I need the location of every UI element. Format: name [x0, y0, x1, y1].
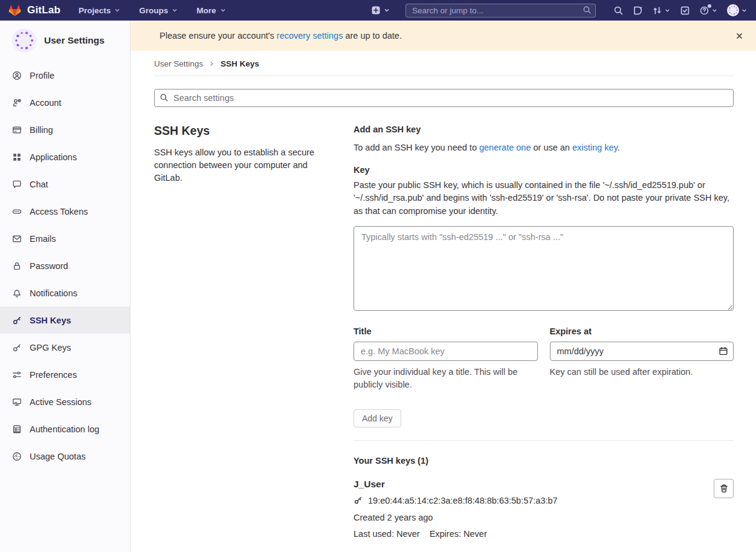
- key-field-label: Key: [354, 165, 734, 175]
- gitlab-app: GitLab Projects Groups More: [0, 0, 756, 552]
- sidebar-item-usage-quotas[interactable]: Usage Quotas: [0, 443, 130, 470]
- nav-search-button[interactable]: [613, 5, 624, 16]
- key-title-input[interactable]: [354, 342, 538, 361]
- sidebar-item-label: Active Sessions: [30, 397, 91, 407]
- token-icon: [12, 207, 22, 216]
- sidebar-item-label: Authentication log: [30, 424, 99, 434]
- user-gear-icon: [12, 98, 22, 108]
- sidebar-item-label: Account: [30, 98, 61, 108]
- title-field-label: Title: [354, 326, 538, 336]
- sidebar-item-emails[interactable]: Emails: [0, 225, 130, 252]
- sidebar-item-profile[interactable]: Profile: [0, 62, 130, 89]
- sidebar-item-password[interactable]: Password: [0, 252, 130, 279]
- key-expires: Expires: Never: [430, 529, 487, 539]
- sidebar-item-account[interactable]: Account: [0, 89, 130, 116]
- search-icon: [583, 5, 592, 17]
- chevron-down-icon: [741, 7, 748, 14]
- logo-wordmark: GitLab: [27, 4, 60, 16]
- issues-icon: [633, 5, 643, 16]
- ssh-key-textarea[interactable]: [354, 226, 734, 311]
- your-ssh-keys-heading: Your SSH keys (1): [354, 456, 734, 466]
- recovery-settings-link[interactable]: recovery settings: [277, 31, 343, 41]
- settings-sidebar: User Settings Profile Account Billing Ap…: [0, 21, 131, 552]
- chevron-down-icon: [114, 7, 121, 14]
- close-icon: [735, 31, 744, 41]
- sidebar-item-label: SSH Keys: [30, 316, 71, 325]
- chevron-down-icon: [219, 7, 227, 14]
- settings-search: [154, 89, 734, 107]
- generate-one-link[interactable]: generate one: [479, 143, 531, 152]
- nav-merge-requests-button[interactable]: [652, 5, 671, 16]
- fingerprint-row: 19:e0:44:a5:14:c2:3a:e8:f8:48:8b:63:5b:5…: [354, 496, 558, 505]
- nav-issues-button[interactable]: [633, 5, 643, 16]
- fingerprint-value: 19:e0:44:a5:14:c2:3a:e8:f8:48:8b:63:5b:5…: [368, 496, 558, 505]
- search-icon: [160, 93, 169, 105]
- sidebar-title: User Settings: [44, 35, 105, 46]
- recovery-alert-banner: Please ensure your account's recovery se…: [131, 21, 756, 51]
- sidebar-item-active-sessions[interactable]: Active Sessions: [0, 388, 130, 415]
- sidebar-item-label: Emails: [30, 234, 56, 244]
- ssh-key-details: J_User 19:e0:44:a5:14:c2:3a:e8:f8:48:8b:…: [354, 479, 558, 539]
- sidebar-item-notifications[interactable]: Notifications: [0, 279, 130, 307]
- page-title: SSH Keys: [154, 124, 335, 138]
- key-last-used: Last used: Never: [354, 529, 420, 539]
- alert-close-button[interactable]: [732, 29, 746, 43]
- help-icon: [699, 5, 709, 16]
- gitlab-logo[interactable]: GitLab: [7, 3, 60, 18]
- lock-icon: [12, 261, 22, 271]
- section-divider: [354, 440, 734, 441]
- ssh-key-list-item: J_User 19:e0:44:a5:14:c2:3a:e8:f8:48:8b:…: [354, 479, 734, 539]
- monitor-icon: [12, 397, 22, 407]
- nav-menu-projects[interactable]: Projects: [79, 6, 121, 15]
- delete-key-button[interactable]: [714, 479, 734, 498]
- quota-gauge-icon: [12, 452, 22, 461]
- nav-todos-button[interactable]: [680, 5, 690, 16]
- settings-search-input[interactable]: [154, 89, 734, 107]
- key-icon: [12, 316, 22, 325]
- sidebar-item-label: Preferences: [30, 370, 77, 380]
- global-search-input[interactable]: [405, 4, 596, 18]
- chevron-down-icon: [664, 7, 671, 14]
- key-icon: [12, 343, 22, 352]
- key-meta-row: Last used: Never Expires: Never: [354, 529, 558, 539]
- sidebar-item-label: Access Tokens: [30, 207, 88, 216]
- sliders-icon: [12, 370, 22, 380]
- breadcrumb-current: SSH Keys: [221, 59, 259, 68]
- nav-help-button[interactable]: [699, 5, 718, 16]
- sidebar-item-label: Applications: [30, 152, 77, 162]
- notification-dot: [708, 4, 711, 8]
- sidebar-item-label: Usage Quotas: [30, 452, 86, 461]
- sidebar-item-preferences[interactable]: Preferences: [0, 361, 130, 388]
- sidebar-item-billing[interactable]: Billing: [0, 116, 130, 143]
- sidebar-item-access-tokens[interactable]: Access Tokens: [0, 198, 130, 225]
- sidebar-item-chat[interactable]: Chat: [0, 170, 130, 198]
- section-info-column: SSH Keys SSH keys allow you to establish…: [154, 117, 335, 539]
- user-menu-button[interactable]: [727, 4, 748, 16]
- bell-icon: [12, 288, 22, 298]
- grid-icon: [12, 152, 22, 162]
- title-field-help: Give your individual key a title. This w…: [354, 366, 538, 391]
- sidebar-item-ssh-keys[interactable]: SSH Keys: [0, 307, 130, 334]
- chevron-right-icon: [208, 60, 215, 67]
- nav-menu-groups[interactable]: Groups: [139, 6, 178, 15]
- add-ssh-key-intro: To add an SSH key you need to generate o…: [354, 143, 734, 152]
- page-description: SSH keys allow you to establish a secure…: [154, 146, 335, 184]
- log-table-icon: [12, 424, 22, 434]
- breadcrumb-user-settings[interactable]: User Settings: [154, 59, 203, 68]
- key-created-text: Created 2 years ago: [354, 513, 558, 522]
- nav-menu-more[interactable]: More: [196, 6, 226, 15]
- chevron-down-icon: [711, 7, 718, 14]
- add-key-button[interactable]: Add key: [354, 409, 401, 427]
- sidebar-item-authentication-log[interactable]: Authentication log: [0, 415, 130, 443]
- sidebar-item-gpg-keys[interactable]: GPG Keys: [0, 334, 130, 361]
- expires-field-group: Expires at Key can still be used after e…: [550, 326, 734, 391]
- existing-key-link[interactable]: existing key: [572, 143, 618, 152]
- sidebar-item-label: Notifications: [30, 288, 77, 298]
- expires-at-input[interactable]: [550, 342, 734, 361]
- expires-field-help: Key can still be used after expiration.: [550, 366, 734, 378]
- main-area: Please ensure your account's recovery se…: [131, 21, 756, 552]
- sidebar-item-applications[interactable]: Applications: [0, 143, 130, 170]
- add-ssh-key-heading: Add an SSH key: [354, 125, 734, 134]
- new-menu-button[interactable]: [371, 5, 390, 15]
- ssh-key-title-link[interactable]: J_User: [354, 479, 385, 490]
